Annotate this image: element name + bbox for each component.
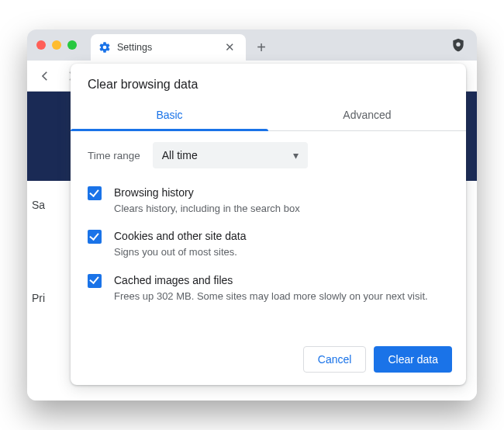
option-title: Cookies and other site data [114,229,246,244]
new-tab-button[interactable]: + [250,36,272,58]
option-cache[interactable]: Cached images and files Frees up 302 MB.… [88,273,449,303]
cancel-button[interactable]: Cancel [303,346,367,373]
tab-advanced[interactable]: Advanced [268,101,466,130]
time-range-row: Time range All time ▾ [88,142,449,168]
dialog-footer: Cancel Clear data [71,337,466,385]
dialog-tabs: Basic Advanced [71,101,466,131]
back-button[interactable] [33,64,57,88]
minimize-window-button[interactable] [52,40,61,50]
close-window-button[interactable] [36,40,46,50]
option-browsing-history[interactable]: Browsing history Clears history, includi… [88,186,449,215]
tab-title: Settings [117,42,216,53]
browser-tab[interactable]: Settings ✕ [91,34,246,61]
svg-point-0 [456,43,460,47]
dialog-title: Clear browsing data [71,64,466,101]
clear-browsing-data-dialog: Clear browsing data Basic Advanced Time … [71,64,466,385]
option-cookies[interactable]: Cookies and other site data Signs you ou… [88,229,449,258]
chevron-down-icon: ▾ [293,149,299,161]
option-desc: Signs you out of most sites. [114,245,246,259]
time-range-label: Time range [88,150,140,161]
checkbox-cookies[interactable] [88,230,102,244]
option-desc: Clears history, including in the search … [114,202,300,216]
incognito-shield-icon[interactable] [450,37,466,53]
checkbox-browsing-history[interactable] [88,186,102,200]
backdrop-row: Pri [27,274,66,322]
dialog-body: Time range All time ▾ Browsing history C… [71,131,466,337]
clear-data-button[interactable]: Clear data [374,346,452,373]
option-title: Cached images and files [114,273,428,288]
close-tab-icon[interactable]: ✕ [222,40,238,54]
option-desc: Frees up 302 MB. Some sites may load mor… [114,290,428,303]
gear-icon [98,41,111,54]
window-traffic-lights [36,40,77,50]
option-title: Browsing history [114,186,300,200]
maximize-window-button[interactable] [67,40,77,50]
backdrop-row: Sa [27,181,66,229]
tab-basic[interactable]: Basic [71,101,268,130]
browser-window: Settings ✕ + Chrome | chrome://settings [27,29,477,401]
time-range-value: All time [162,149,198,161]
titlebar: Settings ✕ + [27,29,477,61]
time-range-select[interactable]: All time ▾ [153,142,308,168]
checkbox-cache[interactable] [88,274,102,288]
